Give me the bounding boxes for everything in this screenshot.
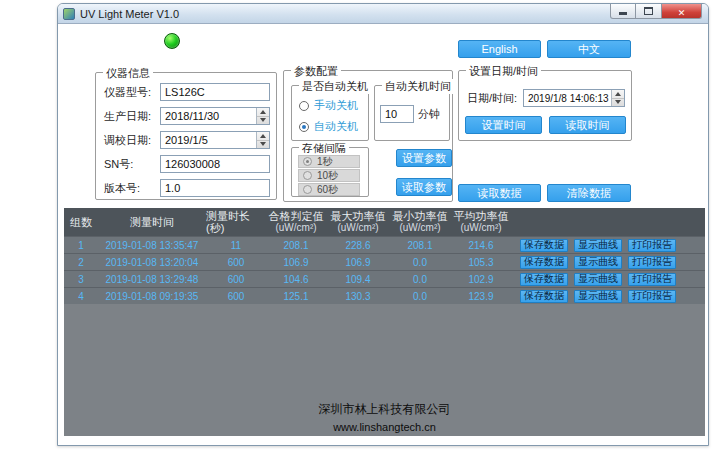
manual-off-radio[interactable]: [299, 101, 309, 111]
datetime-group: 设置日期/时间 日期/时间: 2019/1/8 14:06:13 设置时间 读取…: [458, 70, 632, 141]
cell-actions: 保存数据 显示曲线 打印报告: [512, 290, 705, 303]
cell-group: 3: [64, 274, 98, 285]
serial-number-row: SN号: 126030008: [104, 155, 270, 173]
manual-off-label: 手动关机: [314, 98, 358, 113]
clear-data-button[interactable]: 清除数据: [547, 184, 631, 202]
col-min: 最小功率值(uW/cm²): [390, 210, 450, 234]
cell-max: 228.6: [326, 240, 390, 251]
print-report-button[interactable]: 打印报告: [628, 290, 676, 303]
cell-avg: 214.6: [450, 240, 512, 251]
cell-group: 1: [64, 240, 98, 251]
device-model-field[interactable]: LS126C: [160, 83, 270, 101]
maximize-button[interactable]: [636, 4, 662, 19]
cell-avg: 102.9: [450, 274, 512, 285]
col-duration: 测量时长(秒): [206, 210, 266, 234]
spinner-down-icon[interactable]: [257, 141, 269, 149]
save-data-button[interactable]: 保存数据: [520, 290, 568, 303]
close-button[interactable]: [662, 4, 702, 19]
cell-qualified: 125.1: [266, 291, 326, 302]
interval-10s-radio[interactable]: [303, 171, 312, 180]
spinner-down-icon[interactable]: [612, 99, 624, 107]
english-button[interactable]: English: [458, 40, 541, 58]
window-title: UV Light Meter V1.0: [80, 8, 179, 20]
datetime-row: 日期/时间: 2019/1/8 14:06:13: [467, 89, 625, 107]
calibration-date-field[interactable]: 2019/1/5: [160, 131, 270, 149]
cell-qualified: 208.1: [266, 240, 326, 251]
cell-qualified: 104.6: [266, 274, 326, 285]
interval-1s-label: 1秒: [317, 155, 333, 169]
cell-min: 0.0: [390, 274, 450, 285]
table-row: 3 2019-01-08 13:29:48 600 104.6 109.4 0.…: [64, 270, 705, 287]
production-date-label: 生产日期:: [104, 109, 160, 124]
save-data-button[interactable]: 保存数据: [520, 273, 568, 286]
read-params-button[interactable]: 读取参数: [396, 178, 452, 196]
data-area: 组数 测量时间 测量时长(秒) 合格判定值(uW/cm²) 最大功率值(uW/c…: [64, 208, 705, 436]
show-curve-button[interactable]: 显示曲线: [574, 256, 622, 269]
version-row: 版本号: 1.0: [104, 179, 270, 197]
spinner-up-icon[interactable]: [257, 108, 269, 117]
spinner-up-icon[interactable]: [257, 132, 269, 141]
show-curve-button[interactable]: 显示曲线: [574, 239, 622, 252]
read-data-button[interactable]: 读取数据: [458, 184, 541, 202]
storage-interval-group: 存储间隔 1秒 10秒 60秒: [291, 147, 369, 197]
app-window: UV Light Meter V1.0 English 中文 仪器信息 仪器型号…: [57, 3, 709, 446]
minimize-icon: [619, 12, 627, 15]
minimize-button[interactable]: [610, 4, 636, 19]
serial-number-field[interactable]: 126030008: [160, 155, 270, 173]
datetime-spinner[interactable]: [611, 90, 624, 106]
app-icon: [63, 8, 75, 20]
set-time-button[interactable]: 设置时间: [465, 116, 542, 134]
datetime-input[interactable]: 2019/1/8 14:06:13: [523, 89, 625, 107]
interval-10s-option[interactable]: 10秒: [298, 169, 360, 182]
interval-60s-option[interactable]: 60秒: [298, 183, 360, 196]
set-params-button[interactable]: 设置参数: [396, 149, 452, 167]
print-report-button[interactable]: 打印报告: [628, 239, 676, 252]
device-info-title: 仪器信息: [103, 66, 153, 81]
cell-max: 130.3: [326, 291, 390, 302]
cell-time: 2019-01-08 13:29:48: [98, 274, 206, 285]
close-icon: [678, 2, 686, 20]
datetime-label: 日期/时间:: [467, 91, 523, 106]
cell-duration: 11: [206, 240, 266, 251]
table-row: 2 2019-01-08 13:20:04 600 106.9 106.9 0.…: [64, 253, 705, 270]
auto-off-radio[interactable]: [299, 122, 309, 132]
print-report-button[interactable]: 打印报告: [628, 273, 676, 286]
cell-avg: 105.3: [450, 257, 512, 268]
manual-off-option[interactable]: 手动关机: [299, 98, 358, 113]
cell-time: 2019-01-08 13:35:47: [98, 240, 206, 251]
cell-actions: 保存数据 显示曲线 打印报告: [512, 256, 705, 269]
read-time-button[interactable]: 读取时间: [549, 116, 626, 134]
production-date-spinner[interactable]: [256, 108, 269, 124]
cell-duration: 600: [206, 274, 266, 285]
device-info-group: 仪器信息 仪器型号: LS126C 生产日期: 2018/11/30 调校日期:…: [95, 72, 277, 200]
calibration-date-spinner[interactable]: [256, 132, 269, 148]
interval-1s-option[interactable]: 1秒: [298, 155, 360, 168]
spinner-down-icon[interactable]: [257, 117, 269, 125]
cell-time: 2019-01-08 09:19:35: [98, 291, 206, 302]
interval-60s-radio[interactable]: [303, 185, 312, 194]
save-data-button[interactable]: 保存数据: [520, 256, 568, 269]
auto-off-group: 是否自动关机 手动关机 自动关机: [291, 85, 369, 141]
show-curve-button[interactable]: 显示曲线: [574, 290, 622, 303]
auto-off-option[interactable]: 自动关机: [299, 119, 358, 134]
titlebar: UV Light Meter V1.0: [58, 4, 708, 24]
chinese-button[interactable]: 中文: [547, 40, 631, 58]
cell-duration: 600: [206, 291, 266, 302]
cell-min: 0.0: [390, 257, 450, 268]
cell-min: 208.1: [390, 240, 450, 251]
serial-number-label: SN号:: [104, 157, 160, 172]
interval-60s-label: 60秒: [317, 183, 338, 197]
auto-off-time-input[interactable]: 10: [380, 105, 414, 123]
cell-group: 4: [64, 291, 98, 302]
cell-max: 106.9: [326, 257, 390, 268]
device-model-label: 仪器型号:: [104, 85, 160, 100]
interval-1s-radio[interactable]: [303, 157, 312, 166]
datetime-group-title: 设置日期/时间: [466, 64, 541, 79]
print-report-button[interactable]: 打印报告: [628, 256, 676, 269]
save-data-button[interactable]: 保存数据: [520, 239, 568, 252]
show-curve-button[interactable]: 显示曲线: [574, 273, 622, 286]
version-field[interactable]: 1.0: [160, 179, 270, 197]
spinner-up-icon[interactable]: [612, 90, 624, 99]
production-date-field[interactable]: 2018/11/30: [160, 107, 270, 125]
table-row: 4 2019-01-08 09:19:35 600 125.1 130.3 0.…: [64, 287, 705, 304]
